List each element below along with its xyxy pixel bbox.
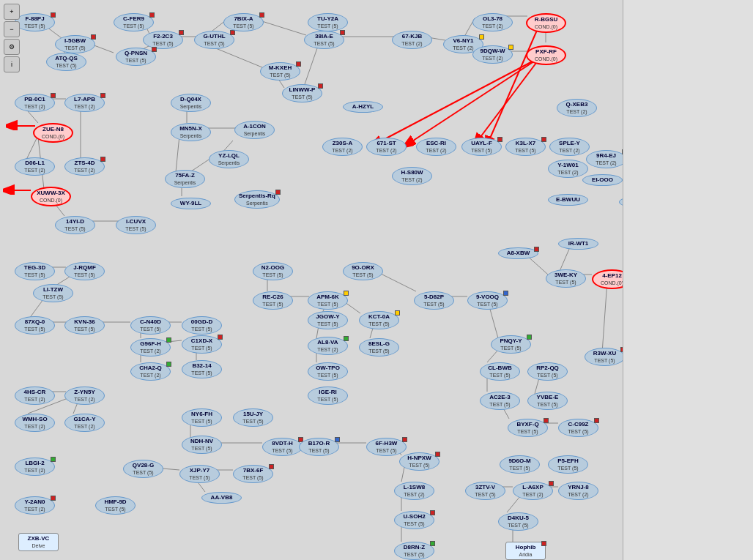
node-d4ku5[interactable]: D4KU-5 TEST (5) xyxy=(498,512,538,531)
node-zuen8[interactable]: ZUE-N8 COND.(0) xyxy=(33,123,73,143)
node-linwwp[interactable]: LINWW-P TEST (5) xyxy=(282,84,322,102)
node-9d6om[interactable]: 9D6O-M TEST (5) xyxy=(500,455,540,474)
node-wmhso[interactable]: WMH-SO TEST (2) xyxy=(15,414,55,432)
node-ny6fh[interactable]: NY6-FH TEST (5) xyxy=(182,408,222,427)
node-hmf9d[interactable]: HMF-9D TEST (5) xyxy=(95,496,136,515)
node-lbgi2[interactable]: LBGI-2 TEST (2) xyxy=(15,458,55,476)
zoom-in-button[interactable]: + xyxy=(4,4,20,20)
node-g96fh[interactable]: G96F-H TEST (2) xyxy=(130,338,171,356)
node-rec26[interactable]: RE-C26 TEST (5) xyxy=(253,291,293,310)
node-9r4ej[interactable]: 9R4-EJ TEST (2) xyxy=(586,150,623,168)
info-button[interactable]: i xyxy=(4,56,20,72)
node-qv28g[interactable]: QV28-G TEST (5) xyxy=(123,460,163,478)
node-mkxeh[interactable]: M-KXEH TEST (5) xyxy=(260,62,300,81)
node-3ztvv[interactable]: 3ZTV-V TEST (5) xyxy=(465,482,505,500)
node-pb0c1[interactable]: PB-0C1 TEST (2) xyxy=(15,94,55,112)
node-cha2q[interactable]: CHA2-Q TEST (2) xyxy=(130,362,171,381)
node-15ujy[interactable]: 15U-JY TEST (5) xyxy=(233,408,273,427)
node-b3214[interactable]: B32-14 TEST (5) xyxy=(182,360,222,378)
node-z30sa[interactable]: Z30S-A TEST (2) xyxy=(322,138,363,156)
node-ahzyl[interactable]: A-HZYL xyxy=(343,101,383,113)
node-wy9ll[interactable]: WY-9LL xyxy=(171,198,211,209)
node-serpentisrq[interactable]: Serpentis-Rq Serpentis xyxy=(234,190,280,209)
node-xjpy7[interactable]: XJP-Y7 TEST (5) xyxy=(179,465,220,483)
node-k3lx7[interactable]: K3L-X7 TEST (5) xyxy=(505,138,546,156)
node-yvbee[interactable]: YVBE-E TEST (5) xyxy=(527,392,568,410)
node-5d82p[interactable]: 5-D82P TEST (5) xyxy=(414,291,454,310)
node-mn5nx[interactable]: MN5N-X Serpentis xyxy=(171,123,211,141)
node-8eslg[interactable]: 8ESL-G TEST (5) xyxy=(359,338,399,356)
node-byxfq[interactable]: BYXF-Q TEST (5) xyxy=(508,419,548,437)
zoom-out-button[interactable]: − xyxy=(4,21,20,37)
node-pxfrf[interactable]: PXF-RF COND.(0) xyxy=(526,45,566,65)
node-4hscr[interactable]: 4HS-CR TEST (2) xyxy=(15,387,55,405)
node-d06l1[interactable]: D06-L1 TEST (2) xyxy=(15,157,55,176)
node-b17or[interactable]: B17O-R TEST (5) xyxy=(299,438,339,456)
node-hnpxw[interactable]: H-NPXW TEST (5) xyxy=(399,452,439,471)
node-671st[interactable]: 671-ST TEST (2) xyxy=(366,138,407,156)
node-n2oog[interactable]: N2-OOG TEST (5) xyxy=(253,262,293,280)
node-a1con[interactable]: A-1CON Serpentis xyxy=(234,121,275,139)
node-litzw[interactable]: LI-TZW TEST (5) xyxy=(33,284,73,302)
node-la6xp[interactable]: L-A6XP TEST (2) xyxy=(513,482,553,500)
node-dq04x[interactable]: D-Q04X Serpentis xyxy=(171,94,211,112)
node-00gdd[interactable]: 00GD-D TEST (5) xyxy=(182,316,222,335)
node-zyn5y[interactable]: Z-YN5Y TEST (2) xyxy=(64,387,105,405)
node-f88pj[interactable]: F-88PJ TEST (5) xyxy=(15,13,55,31)
node-eiooo[interactable]: EI-OOO xyxy=(582,174,623,186)
node-qpnsn[interactable]: Q-PNSN TEST (5) xyxy=(116,48,156,66)
node-hophib[interactable]: Hophib Aridia xyxy=(505,542,546,560)
node-teg3d[interactable]: TEG-3D TEST (5) xyxy=(15,262,55,280)
node-9dqww[interactable]: 9DQW-W TEST (2) xyxy=(472,45,513,64)
node-d8rnz[interactable]: D8RN-Z TEST (5) xyxy=(394,542,434,560)
node-p5efh[interactable]: P5-EFH TEST (5) xyxy=(548,455,588,474)
node-cn40d[interactable]: C-N40D TEST (5) xyxy=(130,316,171,335)
node-c1xdx[interactable]: C1XD-X TEST (5) xyxy=(182,335,222,354)
node-yzlql[interactable]: YZ-LQL Serpentis xyxy=(209,150,249,168)
node-al8va[interactable]: AL8-VA TEST (2) xyxy=(308,337,348,355)
node-jrqmf[interactable]: J-RQMF TEST (5) xyxy=(64,262,105,280)
node-l7apb[interactable]: L7-APB TEST (2) xyxy=(64,94,105,112)
node-ol378[interactable]: OL3-78 TEST (2) xyxy=(472,13,513,31)
node-uaylf[interactable]: UAYL-F TEST (5) xyxy=(461,138,502,156)
node-7bixa[interactable]: 7BIX-A TEST (5) xyxy=(223,13,264,31)
node-owtpo[interactable]: OW-TPO TEST (5) xyxy=(308,362,348,381)
node-spley[interactable]: SPLE-Y TEST (2) xyxy=(549,138,590,156)
node-g1cay[interactable]: G1CA-Y TEST (2) xyxy=(64,414,105,432)
node-apm6k[interactable]: APM-6K TEST (5) xyxy=(308,291,348,310)
node-f22c3[interactable]: F2-2C3 TEST (5) xyxy=(143,31,183,49)
settings-button[interactable]: ⚙ xyxy=(4,39,20,55)
node-a8xbw[interactable]: A8-XBW xyxy=(498,247,538,259)
node-3weky[interactable]: 3WE-KY TEST (5) xyxy=(546,269,586,288)
node-ndhnv[interactable]: NDH-NV TEST (5) xyxy=(182,436,222,454)
node-l1sw8[interactable]: L-1SW8 TEST (2) xyxy=(394,482,434,500)
node-75faz[interactable]: 75FA-Z Serpentis xyxy=(165,170,205,188)
node-ebwuu[interactable]: E-BWUU xyxy=(548,194,588,206)
node-rbgsu[interactable]: R-BGSU COND.(0) xyxy=(526,13,566,33)
node-r3wxu[interactable]: R3W-XU TEST (5) xyxy=(585,348,623,366)
node-cc99z[interactable]: C-C99Z TEST (5) xyxy=(558,419,598,437)
node-tuy2a[interactable]: TU-Y2A TEST (5) xyxy=(308,13,348,31)
node-xuww3x[interactable]: XUWW-3X COND.(0) xyxy=(31,187,71,206)
node-8vdth[interactable]: 8VDT-H TEST (5) xyxy=(262,438,303,456)
node-14yid[interactable]: 14YI-D TEST (5) xyxy=(55,216,95,234)
node-escri[interactable]: ESC-RI TEST (2) xyxy=(416,138,456,156)
node-guthl[interactable]: G-UTHL TEST (5) xyxy=(194,31,234,49)
node-usoh2[interactable]: U-SOH2 TEST (5) xyxy=(394,511,434,529)
node-pnqyy[interactable]: PNQY-Y TEST (5) xyxy=(491,335,531,354)
node-clbwb[interactable]: CL-BWB TEST (5) xyxy=(480,362,520,381)
node-cfer9[interactable]: C-FER9 TEST (5) xyxy=(114,13,154,31)
node-hs80w[interactable]: H-S80W TEST (2) xyxy=(392,167,432,185)
node-kct0a[interactable]: KCT-0A TEST (5) xyxy=(359,311,399,329)
node-yrnj8[interactable]: YRNJ-8 TEST (2) xyxy=(558,482,598,500)
node-rp2qq[interactable]: RP2-QQ TEST (5) xyxy=(527,362,568,381)
node-ac2e3[interactable]: AC2E-3 TEST (5) xyxy=(480,392,520,410)
node-irwt1[interactable]: IR-WT1 xyxy=(558,238,598,250)
node-38iae[interactable]: 38IA-E TEST (5) xyxy=(304,31,344,49)
node-9oorx[interactable]: 9O-ORX TEST (5) xyxy=(343,262,383,280)
node-87xq0[interactable]: 87XQ-0 TEST (5) xyxy=(15,316,55,335)
node-zxbvc[interactable]: ZXB-VC Delve xyxy=(18,533,59,551)
node-atqqs[interactable]: ATQ-QS TEST (5) xyxy=(46,53,86,71)
node-i5gbw[interactable]: I-5GBW TEST (5) xyxy=(55,35,95,53)
node-9vooq[interactable]: 9-VOOQ TEST (5) xyxy=(467,291,508,310)
